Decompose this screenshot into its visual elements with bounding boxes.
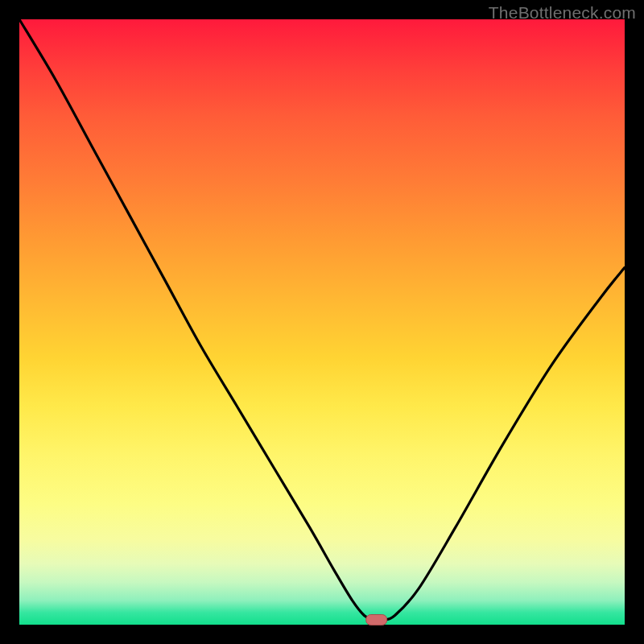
bottleneck-curve-svg (19, 19, 625, 625)
plot-area (19, 19, 625, 625)
watermark-text: TheBottleneck.com (489, 3, 636, 23)
bottleneck-curve (19, 19, 625, 621)
chart-frame: TheBottleneck.com (0, 0, 644, 644)
optimal-point-marker (366, 614, 387, 625)
